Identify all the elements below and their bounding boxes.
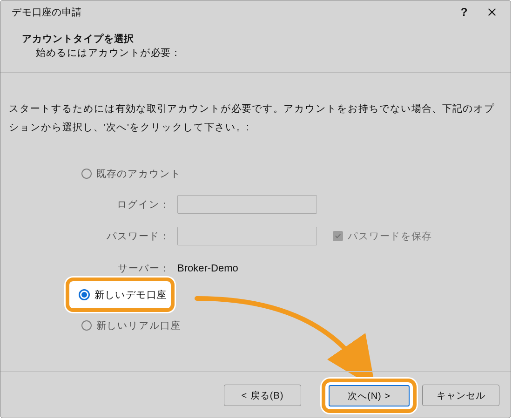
checkbox-icon <box>333 231 343 241</box>
instruction-text: スタートするためには有効な取引アカウントが必要です。アカウントをお持ちでない場合… <box>9 99 502 136</box>
footer: < 戻る(B) キャンセル <box>0 372 511 418</box>
header: アカウントタイプを選択 始めるにはアカウントが必要： <box>0 24 511 72</box>
next-button[interactable]: 次へ(N) > <box>329 385 410 406</box>
radio-label: 新しいリアル口座 <box>96 319 181 332</box>
password-label: パスワード： <box>100 227 170 245</box>
radio-new-demo-account[interactable]: 新しいデモ口座 <box>66 278 175 312</box>
titlebar: デモ口座の申請 ? <box>0 0 511 24</box>
radio-existing-account[interactable]: 既存のアカウント <box>81 165 502 182</box>
next-button-highlight: 次へ(N) > <box>322 379 417 413</box>
password-input[interactable] <box>177 227 317 245</box>
close-icon[interactable] <box>482 2 502 22</box>
radio-selected-icon <box>79 289 90 300</box>
save-password-label: パスワードを保存 <box>348 227 432 245</box>
annotation-arrow-icon <box>192 289 378 382</box>
radio-label: 新しいデモ口座 <box>94 288 167 301</box>
radio-icon <box>81 169 92 179</box>
login-label: ログイン： <box>100 195 170 214</box>
header-title: アカウントタイプを選択 <box>22 32 499 45</box>
back-button[interactable]: < 戻る(B) <box>224 385 301 406</box>
save-password-checkbox[interactable]: パスワードを保存 <box>333 227 432 245</box>
radio-icon <box>81 320 92 331</box>
demo-account-dialog: デモ口座の申請 ? アカウントタイプを選択 始めるにはアカウントが必要： スター… <box>0 0 511 418</box>
server-value: Broker-Demo <box>177 258 238 278</box>
radio-label: 既存のアカウント <box>96 164 181 183</box>
login-input[interactable] <box>177 195 317 214</box>
help-icon[interactable]: ? <box>454 2 474 22</box>
header-subtitle: 始めるにはアカウントが必要： <box>36 46 499 59</box>
window-title: デモ口座の申請 <box>12 6 454 19</box>
cancel-button[interactable]: キャンセル <box>422 385 499 406</box>
server-label: サーバー： <box>100 259 170 278</box>
radio-new-real-account[interactable]: 新しいリアル口座 <box>81 317 181 334</box>
